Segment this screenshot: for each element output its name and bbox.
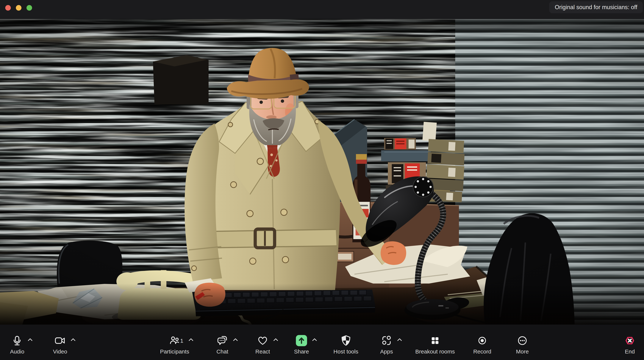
chevron-up-icon[interactable] <box>397 338 402 342</box>
meeting-toolbar: AudioVideo1ParticipantsChatReactShareHos… <box>0 324 644 360</box>
toolbar-react-label: React <box>256 348 270 355</box>
toolbar-record-label: Record <box>473 348 492 355</box>
toolbar-breakout-rooms-button[interactable]: Breakout rooms <box>415 324 455 360</box>
record-icon <box>476 334 488 347</box>
end-call-icon <box>624 334 636 347</box>
toolbar-react-button[interactable]: React <box>256 324 270 360</box>
chevron-up-icon[interactable] <box>273 338 278 342</box>
window-titlebar: Original sound for musicians: off <box>0 0 644 19</box>
ellipsis-icon <box>516 334 528 347</box>
toolbar-audio-button[interactable]: Audio <box>10 324 24 360</box>
toolbar-chat-label: Chat <box>216 348 228 355</box>
participants-count: 1 <box>180 338 184 344</box>
toolbar-video-button[interactable]: Video <box>53 324 67 360</box>
toolbar-participants-button[interactable]: 1Participants <box>160 324 189 360</box>
video-camera-icon <box>54 334 66 347</box>
chevron-up-icon[interactable] <box>70 338 76 342</box>
toolbar-more-button[interactable]: More <box>516 324 529 360</box>
video-scene <box>0 19 644 324</box>
toolbar-apps-label: Apps <box>380 348 393 355</box>
shield-icon <box>340 334 352 347</box>
chevron-up-icon[interactable] <box>188 338 194 342</box>
share-screen-icon <box>296 334 308 347</box>
breakout-grid-icon <box>429 334 441 347</box>
video-feed <box>0 19 644 324</box>
toolbar-video-label: Video <box>53 348 67 355</box>
chevron-up-icon[interactable] <box>28 338 33 342</box>
toolbar-host-tools-button[interactable]: Host tools <box>334 324 358 360</box>
original-sound-status-pill[interactable]: Original sound for musicians: off <box>549 1 643 13</box>
toolbar-apps-button[interactable]: Apps <box>380 324 393 360</box>
toolbar-end-label: End <box>625 348 635 355</box>
toolbar-participants-label: Participants <box>160 348 189 355</box>
heart-icon <box>256 334 269 347</box>
microphone-icon <box>11 334 23 347</box>
participants-icon <box>169 334 180 347</box>
chevron-up-icon[interactable] <box>312 338 317 342</box>
fullscreen-window-button[interactable] <box>26 5 32 11</box>
toolbar-more-label: More <box>516 348 529 355</box>
toolbar-audio-label: Audio <box>10 348 24 355</box>
toolbar-breakout-rooms-label: Breakout rooms <box>415 348 455 355</box>
vignette <box>0 19 644 324</box>
toolbar-share-button[interactable]: Share <box>294 324 309 360</box>
toolbar-record-button[interactable]: Record <box>473 324 492 360</box>
apps-icon <box>380 334 392 347</box>
close-window-button[interactable] <box>5 5 11 11</box>
toolbar-end-button[interactable]: End <box>624 324 636 360</box>
minimize-window-button[interactable] <box>16 5 22 11</box>
toolbar-chat-button[interactable]: Chat <box>216 324 228 360</box>
toolbar-host-tools-label: Host tools <box>334 348 358 355</box>
toolbar-share-label: Share <box>294 348 309 355</box>
chat-bubble-icon <box>216 334 228 347</box>
chevron-up-icon[interactable] <box>233 338 238 342</box>
